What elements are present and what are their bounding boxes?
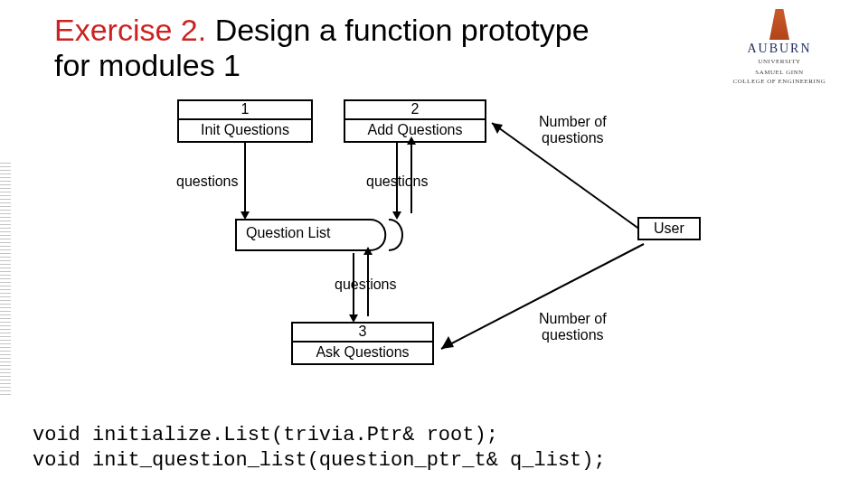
module-3-label: Ask Questions: [293, 343, 432, 363]
title-prefix: Exercise 2.: [54, 13, 206, 47]
label-numq-lower: Number of questions: [539, 311, 607, 343]
arrowhead-list-3b: [363, 247, 373, 255]
module-1-number: 1: [179, 101, 311, 120]
arrowhead-2b-up: [407, 136, 416, 145]
logo-sub1: UNIVERSITY: [716, 58, 843, 65]
auburn-logo: AUBURN UNIVERSITY SAMUEL GINN COLLEGE OF…: [716, 9, 843, 85]
logo-name: AUBURN: [716, 42, 843, 56]
label-questions-3: questions: [335, 277, 397, 293]
slide-title: Exercise 2. Design a function prototype …: [54, 13, 615, 83]
code-line-2: void init_question_list(question_ptr_t& …: [33, 449, 606, 472]
module-3-number: 3: [293, 324, 432, 343]
code-snippet: void initialize.List(trivia.Ptr& root); …: [33, 423, 606, 473]
module-2-number: 2: [345, 101, 485, 120]
svg-line-0: [492, 123, 640, 230]
diagram: 1 Init Questions 2 Add Questions questio…: [0, 99, 868, 425]
module-box-1: 1 Init Questions: [177, 99, 313, 143]
logo-sub2: SAMUEL GINN: [716, 69, 843, 76]
arrow-user-to-box3: [434, 240, 669, 367]
qlist-cap-icon: [369, 219, 405, 251]
tower-icon: [769, 9, 789, 40]
logo-sub3: COLLEGE OF ENGINEERING: [716, 78, 843, 85]
qlist-label: Question List: [246, 225, 330, 241]
arrow-1-to-list: [244, 143, 246, 213]
svg-marker-1: [492, 123, 503, 134]
user-label: User: [654, 221, 684, 236]
label-questions-1: questions: [176, 174, 239, 190]
module-1-label: Init Questions: [179, 120, 311, 141]
user-box: User: [637, 217, 701, 240]
label-questions-2: questions: [366, 174, 429, 190]
question-list-store: Question List: [235, 219, 407, 251]
code-line-1: void initialize.List(trivia.Ptr& root);: [33, 424, 498, 446]
module-box-3: 3 Ask Questions: [291, 322, 434, 365]
